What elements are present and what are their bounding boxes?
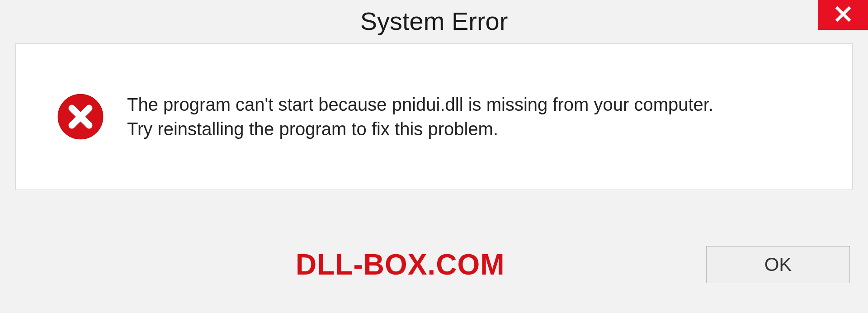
close-button[interactable] xyxy=(818,0,868,30)
close-icon xyxy=(835,5,852,24)
error-message-line1: The program can't start because pnidui.d… xyxy=(127,92,713,117)
dialog-footer: DLL-BOX.COM OK xyxy=(15,190,853,313)
watermark-text: DLL-BOX.COM xyxy=(296,248,505,281)
dialog-title: System Error xyxy=(0,0,868,36)
ok-button[interactable]: OK xyxy=(706,246,850,283)
error-message-line2: Try reinstalling the program to fix this… xyxy=(127,117,713,141)
title-bar: System Error xyxy=(0,0,868,43)
error-message: The program can't start because pnidui.d… xyxy=(127,92,713,141)
error-circle-x-icon xyxy=(57,93,104,141)
message-panel: The program can't start because pnidui.d… xyxy=(15,43,853,190)
ok-button-label: OK xyxy=(764,254,792,275)
